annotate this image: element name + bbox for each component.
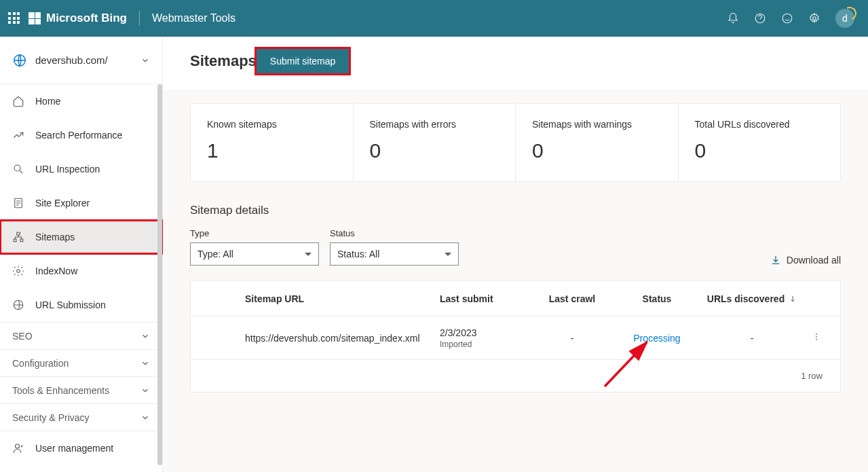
col-urls-label: URLs discovered [707, 293, 785, 304]
card-label: Total URLs discovered [695, 119, 825, 130]
gear-icon[interactable] [808, 12, 820, 24]
user-icon [12, 442, 24, 454]
card-total-urls: Total URLs discovered 0 [679, 104, 841, 181]
chevron-down-icon [140, 359, 150, 368]
sidebar-section-tools[interactable]: Tools & Enhancements [0, 376, 162, 403]
filter-type-select[interactable]: Type: All [190, 242, 319, 266]
sidebar-item-label: Sitemaps [35, 232, 75, 242]
page-title: Sitemaps [190, 52, 257, 70]
sidebar-item-home[interactable]: Home [0, 84, 162, 118]
card-value: 0 [370, 139, 499, 162]
svg-rect-8 [20, 239, 23, 242]
svg-point-4 [14, 165, 20, 171]
sitemap-table: Sitemap URL Last submit Last crawl Statu… [190, 280, 841, 393]
section-title: Sitemap details [190, 204, 841, 217]
sort-down-icon [789, 295, 797, 303]
sidebar-item-url-inspection[interactable]: URL Inspection [0, 152, 162, 186]
bell-icon[interactable] [727, 12, 739, 24]
filter-type-value: Type: All [197, 249, 233, 259]
row-url: https://devershub.com/sitemap_index.xml [231, 333, 440, 344]
row-status[interactable]: Processing [616, 333, 698, 344]
table-row[interactable]: https://devershub.com/sitemap_index.xml … [191, 316, 840, 360]
sidebar-item-label: Home [35, 96, 60, 107]
header-right: d [727, 9, 860, 28]
filter-status-select[interactable]: Status: All [330, 242, 459, 266]
sidebar-item-label: Search Performance [35, 130, 122, 141]
filter-type-group: Type Type: All [190, 228, 319, 266]
svg-point-13 [816, 336, 817, 338]
section-label: Tools & Enhancements [12, 385, 109, 396]
scrollbar[interactable] [157, 84, 162, 465]
sitemap-icon [12, 231, 24, 243]
sidebar-item-label: URL Inspection [35, 164, 100, 175]
sidebar-item-search-performance[interactable]: Search Performance [0, 118, 162, 152]
sidebar-item-label: IndexNow [35, 266, 77, 276]
sidebar-section-configuration[interactable]: Configuration [0, 349, 162, 376]
col-urls-header[interactable]: URLs discovered [698, 293, 806, 304]
site-selector[interactable]: devershub.com/ [0, 37, 162, 84]
svg-point-1 [782, 14, 792, 23]
card-sitemaps-warnings: Sitemaps with warnings 0 [516, 104, 679, 181]
sidebar-section-security[interactable]: Security & Privacy [0, 403, 162, 431]
globe-icon [12, 53, 27, 68]
row-urls: - [698, 333, 806, 344]
card-value: 0 [532, 139, 662, 162]
globe-icon [12, 299, 24, 311]
sidebar-item-sitemaps[interactable]: Sitemaps [0, 220, 162, 254]
chevron-down-icon [140, 413, 150, 422]
header-left: Microsoft Bing Webmaster Tools [8, 11, 235, 26]
sidebar-item-label: User management [35, 443, 113, 454]
col-status-header[interactable]: Status [616, 293, 698, 304]
brand-name: Microsoft Bing [46, 12, 127, 25]
chevron-down-icon [140, 386, 150, 395]
smiley-icon[interactable] [781, 12, 793, 24]
svg-point-12 [816, 333, 817, 335]
filters-row: Type Type: All Status Status: All Downlo… [190, 228, 841, 266]
filter-status-group: Status Status: All [330, 228, 459, 266]
site-name: devershub.com/ [35, 54, 108, 66]
svg-rect-7 [14, 239, 16, 242]
submit-highlight: Submit sitemap [257, 49, 349, 73]
app-launcher-icon[interactable] [8, 12, 20, 24]
sidebar-item-site-explorer[interactable]: Site Explorer [0, 186, 162, 220]
svg-point-9 [17, 270, 20, 273]
row-submit: 2/3/2023 Imported [440, 327, 528, 349]
col-crawl-header[interactable]: Last crawl [528, 293, 616, 304]
download-all-link[interactable]: Download all [770, 255, 841, 266]
col-url-header[interactable]: Sitemap URL [231, 293, 440, 304]
brand-divider [139, 11, 140, 26]
home-icon [12, 95, 24, 107]
card-value: 0 [695, 139, 825, 162]
avatar[interactable]: d [835, 9, 854, 28]
sidebar-item-indexnow[interactable]: IndexNow [0, 254, 162, 288]
filter-status-label: Status [330, 228, 459, 238]
sidebar-item-url-submission[interactable]: URL Submission [0, 288, 162, 322]
row-menu-button[interactable] [806, 332, 827, 344]
filter-status-value: Status: All [337, 249, 379, 259]
col-submit-header[interactable]: Last submit [440, 293, 528, 304]
svg-rect-6 [17, 232, 20, 235]
row-submit-date: 2/3/2023 [440, 327, 528, 338]
filter-type-label: Type [190, 228, 319, 238]
table-header: Sitemap URL Last submit Last crawl Statu… [191, 281, 840, 316]
sidebar-item-user-management[interactable]: User management [0, 431, 162, 465]
brand-subtitle: Webmaster Tools [152, 12, 235, 24]
submit-sitemap-button[interactable]: Submit sitemap [257, 49, 349, 73]
gear-icon [12, 265, 24, 277]
sidebar-item-label: Site Explorer [35, 198, 90, 208]
sidebar-section-seo[interactable]: SEO [0, 322, 162, 349]
card-label: Sitemaps with warnings [532, 119, 662, 130]
sidebar-item-label: URL Submission [35, 299, 106, 310]
svg-point-14 [816, 339, 817, 340]
download-label: Download all [787, 255, 841, 266]
summary-cards: Known sitemaps 1 Sitemaps with errors 0 … [190, 103, 841, 182]
row-submit-note: Imported [440, 340, 528, 349]
microsoft-logo-icon [29, 12, 41, 24]
section-label: Security & Privacy [12, 412, 90, 423]
trend-icon [12, 129, 24, 141]
card-known-sitemaps: Known sitemaps 1 [191, 104, 354, 181]
svg-point-11 [16, 444, 20, 448]
card-label: Sitemaps with errors [370, 119, 499, 130]
card-label: Known sitemaps [207, 119, 337, 130]
help-icon[interactable] [754, 12, 766, 24]
